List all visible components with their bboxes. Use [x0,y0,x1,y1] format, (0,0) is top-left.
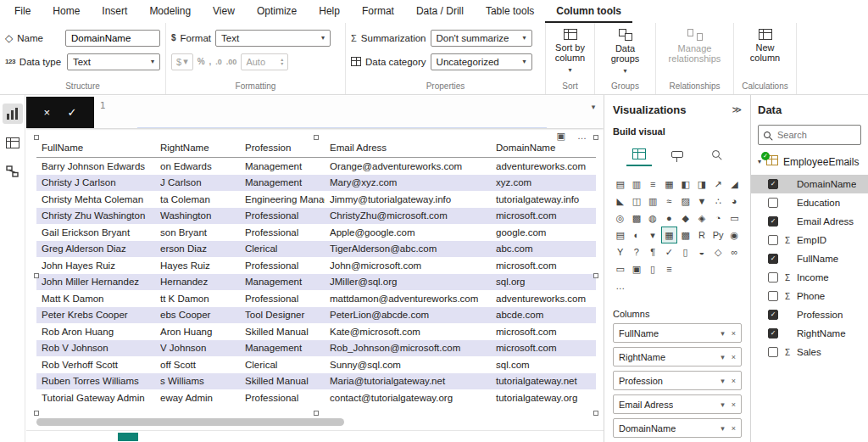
table-cell[interactable]: sql.com [491,356,596,373]
field-checkbox[interactable]: ✓ [768,216,778,227]
table-cell[interactable]: xyz.com [491,175,596,192]
table-cell[interactable]: Apple@google.com [325,224,491,241]
table-cell[interactable]: Gail Erickson Bryant [36,224,155,241]
table-cell[interactable]: Tool Designer [240,307,325,324]
active-page-tab[interactable] [118,433,138,441]
ribbon-tab[interactable]: Optimize [246,1,308,23]
field-list-item[interactable]: ✓ Σ Profession [751,305,868,324]
text-slicer-icon[interactable]: ▯ [646,261,660,277]
table-cell[interactable]: Ruben Torres Williams [36,373,155,390]
stacked-column-chart-icon[interactable]: ▥ [629,176,643,192]
table-cell[interactable]: sql.org [491,274,596,291]
field-checkbox[interactable]: ✓ [768,347,778,357]
ribbon-tab[interactable]: Data / Drill [405,1,475,23]
table-cell[interactable]: Engineering Manager [240,191,325,208]
table-cell[interactable]: Clerical [240,356,325,373]
ribbon-tab[interactable]: Format [351,1,405,23]
table-cell[interactable]: microsoft.com [491,257,596,274]
treemap-icon[interactable]: ▩ [629,210,643,226]
search-input[interactable] [776,129,855,141]
field-well-pill[interactable]: Profession ▾ × [613,371,742,390]
donut-chart-icon[interactable]: ◎ [613,210,627,226]
card-icon[interactable]: ▭ [727,210,742,226]
stacked-bar-chart-icon[interactable]: ▤ [613,176,627,192]
resize-handle[interactable] [314,135,319,140]
remove-field-icon[interactable]: × [732,424,736,433]
field-dropdown-icon[interactable]: ▾ [721,353,725,361]
table-cell[interactable]: Clerical [240,241,325,258]
field-checkbox[interactable]: ✓ [768,328,778,338]
clustered-column-chart-icon[interactable]: ▦ [662,176,676,192]
resize-handle[interactable] [34,135,39,140]
paginated-report-icon[interactable]: ▯ [678,244,693,260]
scatter-chart-icon[interactable]: ∴ [711,193,726,209]
line-and-stacked-column-chart-icon[interactable]: ◫ [629,193,643,209]
field-well-pill[interactable]: DomainName ▾ × [613,418,742,438]
remove-field-icon[interactable]: × [732,377,736,385]
table-cell[interactable]: Mary@xyz.com [325,175,491,192]
table-cell[interactable]: JMiller@sql.org [325,274,491,291]
100-stacked-bar-chart-icon[interactable]: ◧ [678,176,693,192]
get-more-visuals-icon[interactable]: … [613,278,627,294]
ribbon-chart-icon[interactable]: ≈ [662,193,676,209]
table-cell[interactable]: erson Diaz [155,241,240,258]
r-script-icon[interactable]: R [694,227,709,243]
ribbon-tab[interactable]: Help [308,1,351,23]
new-card-icon[interactable]: ▭ [613,261,627,277]
field-dropdown-icon[interactable]: ▾ [721,424,725,433]
cancel-formula-button[interactable]: × [44,106,51,119]
data-groups-button[interactable]: Data groups ▾ [600,28,650,77]
table-cell[interactable]: Rob Aron Huang [36,323,155,340]
table-cell[interactable]: Management [240,158,325,175]
matrix-icon[interactable]: ▩ [678,227,693,243]
table-view-button[interactable] [3,132,23,153]
table-cell[interactable]: tutorialgateway.info [491,191,596,208]
table-cell[interactable]: Greg Alderson Diaz [36,241,155,258]
column-name-input[interactable] [65,30,160,47]
table-cell[interactable]: mattdamon@adventureworks.com [325,290,491,307]
column-header[interactable]: FullName [36,137,155,158]
table-cell[interactable]: ebs Cooper [155,307,240,324]
field-well-pill[interactable]: RightName ▾ × [613,347,742,366]
table-cell[interactable]: Christy Zhu Washington [36,208,155,225]
table-cell[interactable]: Rob_Johnson@microsoft.com [325,340,491,357]
azure-map-icon[interactable]: ◈ [694,210,709,226]
field-checkbox[interactable]: ✓ [768,310,778,320]
table-cell[interactable]: PeterLion@abcde.com [325,307,491,324]
dax-formula-input[interactable]: DomainName = RIGHT(EmployeeEmails[Email … [111,97,583,128]
field-well-pill[interactable]: Email Adress ▾ × [613,394,742,414]
sort-by-column-button[interactable]: Sort by column ▾ [551,28,589,76]
table-cell[interactable]: John Miller Hernandez [36,274,155,291]
table-cell[interactable]: Professional [240,290,325,307]
gauge-icon[interactable]: ◔ [711,210,726,226]
field-list-item[interactable]: ✓ Σ Email Adress [751,212,868,231]
key-influencers-icon[interactable]: ◉ [727,227,742,243]
table-cell[interactable]: adventureworks.com [491,158,596,175]
shape-map-icon[interactable]: ◆ [678,210,693,226]
table-cell[interactable]: J Carlson [155,175,240,192]
smart-narrative-icon[interactable]: ¶ [646,244,660,260]
100-stacked-column-chart-icon[interactable]: ◨ [694,176,709,192]
map-icon[interactable]: ◍ [646,210,660,226]
table-cell[interactable]: on Edwards [155,158,240,175]
ribbon-tab[interactable]: File [3,1,42,23]
analytics-tab[interactable] [703,143,728,166]
power-apps-icon[interactable]: ◇ [711,244,726,260]
table-cell[interactable]: Management [240,340,325,357]
table-cell[interactable]: TigerAlderson@abc.com [325,241,491,258]
table-cell[interactable]: Tutorial Gateway Admin [36,389,155,406]
python-icon[interactable]: Py [711,227,726,243]
ribbon-tab[interactable]: Table tools [475,1,545,23]
arcgis-map-icon[interactable]: ◒ [694,244,709,260]
table-cell[interactable]: Washington [155,208,240,225]
kpi-icon[interactable]: ◐ [629,227,643,243]
resize-handle[interactable] [34,411,39,416]
horizontal-scrollbar-thumb[interactable] [36,418,344,426]
table-cell[interactable]: Professional [240,208,325,225]
field-checkbox[interactable]: ✓ [768,235,778,245]
table-tree-item[interactable]: ▾ ✓ EmployeeEmails [758,155,861,168]
table-cell[interactable]: Christy Mehta Coleman [36,191,155,208]
remove-field-icon[interactable]: × [732,353,736,361]
field-checkbox[interactable]: ✓ [768,179,778,189]
line-chart-icon[interactable]: ↗ [711,176,726,192]
